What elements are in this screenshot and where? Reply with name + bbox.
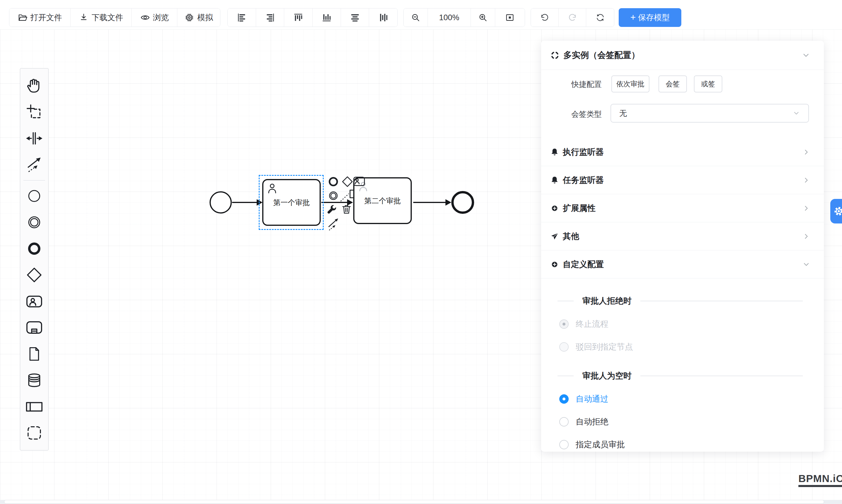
align-top-button[interactable] — [284, 8, 313, 26]
radio-return-to-node[interactable]: 驳回到指定节点 — [559, 341, 633, 353]
plus-icon — [630, 13, 636, 22]
global-connect-tool[interactable] — [21, 151, 48, 178]
multi-instance-icon — [550, 50, 560, 60]
file-button-group: 打开文件 下载文件 浏览 模拟 — [9, 8, 221, 27]
fit-viewport-icon — [505, 13, 515, 22]
chevron-down-icon — [802, 51, 810, 60]
zoom-out-button[interactable] — [404, 8, 428, 26]
create-data-store[interactable] — [21, 367, 48, 393]
align-center-horizontal-button[interactable] — [341, 8, 369, 26]
chevron-right-icon — [802, 148, 810, 156]
align-center-vertical-button[interactable] — [369, 8, 398, 26]
create-gateway[interactable] — [21, 262, 48, 288]
preview-button[interactable]: 浏览 — [132, 8, 177, 26]
create-end-event[interactable] — [21, 235, 48, 262]
reject-group-title: 审批人拒绝时 — [558, 295, 803, 307]
quick-config-orsign-button[interactable]: 或签 — [694, 75, 722, 92]
bell-icon — [550, 147, 559, 157]
section-extended-properties[interactable]: 扩展属性 — [541, 194, 824, 222]
task-first-approval[interactable]: 第一个审批 — [262, 179, 321, 226]
create-participant[interactable] — [21, 393, 48, 420]
create-group[interactable] — [21, 420, 48, 446]
bpmn-io-watermark: BPMN.iO — [799, 473, 842, 487]
lasso-tool[interactable] — [21, 99, 48, 125]
eye-icon — [140, 13, 150, 22]
sign-type-value: 无 — [619, 108, 792, 119]
save-model-button[interactable]: 保存模型 — [619, 8, 681, 27]
zoom-level[interactable]: 100% — [428, 8, 471, 26]
create-call-activity[interactable] — [21, 314, 48, 341]
align-left-button[interactable] — [228, 8, 256, 26]
top-toolbar: 打开文件 下载文件 浏览 模拟 — [0, 0, 842, 30]
chip-icon — [185, 13, 194, 22]
section-execution-listener[interactable]: 执行监听器 — [541, 138, 824, 166]
plus-circle-icon — [550, 203, 559, 213]
plus-circle-icon — [550, 260, 559, 269]
align-left-icon — [237, 13, 247, 22]
panel-title: 多实例（会签配置） — [563, 50, 802, 61]
task-label: 第一个审批 — [273, 198, 310, 208]
create-user-task[interactable] — [21, 288, 48, 314]
undo-icon — [540, 13, 550, 22]
simulate-button[interactable]: 模拟 — [177, 8, 220, 26]
save-model-label: 保存模型 — [638, 12, 670, 23]
radio-icon — [559, 342, 569, 352]
section-label: 执行监听器 — [563, 147, 802, 158]
create-start-event[interactable] — [21, 183, 48, 209]
radio-assign-member[interactable]: 指定成员审批 — [559, 439, 625, 450]
download-file-button[interactable]: 下载文件 — [71, 8, 132, 26]
align-right-button[interactable] — [256, 8, 284, 26]
align-right-icon — [265, 13, 275, 22]
zoom-level-label: 100% — [439, 13, 459, 22]
tool-palette — [20, 68, 49, 450]
multi-instance-header[interactable]: 多实例（会签配置） — [541, 41, 824, 70]
undo-button[interactable] — [531, 8, 559, 26]
radio-auto-pass[interactable]: 自动通过 — [559, 393, 609, 404]
quick-config-countersign-button[interactable]: 会签 — [659, 75, 687, 92]
properties-panel: 多实例（会签配置） 快捷配置 依次审批 会签 或签 会签类型 无 执行监听器 任… — [541, 41, 824, 452]
radio-auto-reject[interactable]: 自动拒绝 — [559, 416, 609, 427]
align-bottom-icon — [322, 13, 332, 22]
open-file-button[interactable]: 打开文件 — [10, 8, 71, 26]
chevron-down-icon — [792, 109, 800, 117]
zoom-in-button[interactable] — [471, 8, 495, 26]
settings-gear-tab[interactable] — [830, 199, 842, 223]
radio-terminate-process[interactable]: 终止流程 — [559, 319, 609, 330]
connect-tool-icon[interactable] — [327, 217, 341, 231]
chevron-right-icon — [802, 204, 810, 212]
zoom-out-icon — [410, 13, 421, 22]
chevron-right-icon — [802, 176, 810, 184]
fit-viewport-button[interactable] — [495, 8, 525, 26]
radio-label: 驳回到指定节点 — [576, 341, 633, 353]
section-task-listener[interactable]: 任务监听器 — [541, 166, 824, 194]
empty-group-title: 审批人为空时 — [558, 370, 803, 381]
history-button-group — [531, 8, 614, 27]
section-other[interactable]: 其他 — [541, 222, 824, 250]
quick-config-sequential-button[interactable]: 依次审批 — [611, 75, 649, 92]
align-bottom-button[interactable] — [313, 8, 341, 26]
delete-trash-icon[interactable] — [339, 202, 353, 216]
send-icon — [550, 232, 559, 241]
chevron-right-icon — [802, 232, 810, 240]
radio-label: 自动拒绝 — [576, 416, 609, 427]
section-custom-config[interactable]: 自定义配置 — [541, 250, 824, 278]
radio-icon — [559, 394, 569, 404]
zoom-in-icon — [478, 13, 488, 22]
download-file-label: 下载文件 — [92, 12, 123, 23]
create-intermediate-event[interactable] — [21, 209, 48, 235]
space-tool[interactable] — [21, 125, 48, 151]
simulate-label: 模拟 — [197, 12, 213, 23]
create-data-object[interactable] — [21, 341, 48, 367]
refresh-button[interactable] — [586, 8, 614, 26]
open-file-label: 打开文件 — [31, 12, 62, 23]
redo-icon — [567, 13, 577, 22]
section-label: 自定义配置 — [563, 259, 802, 270]
hand-tool[interactable] — [21, 73, 48, 99]
redo-button[interactable] — [559, 8, 586, 26]
preview-label: 浏览 — [153, 12, 169, 23]
align-top-icon — [293, 13, 303, 22]
change-type-wrench-icon[interactable] — [325, 203, 339, 217]
sign-type-select[interactable]: 无 — [611, 104, 809, 123]
chevron-down-icon — [802, 260, 810, 269]
scrollbar-thumb[interactable] — [4, 500, 824, 504]
